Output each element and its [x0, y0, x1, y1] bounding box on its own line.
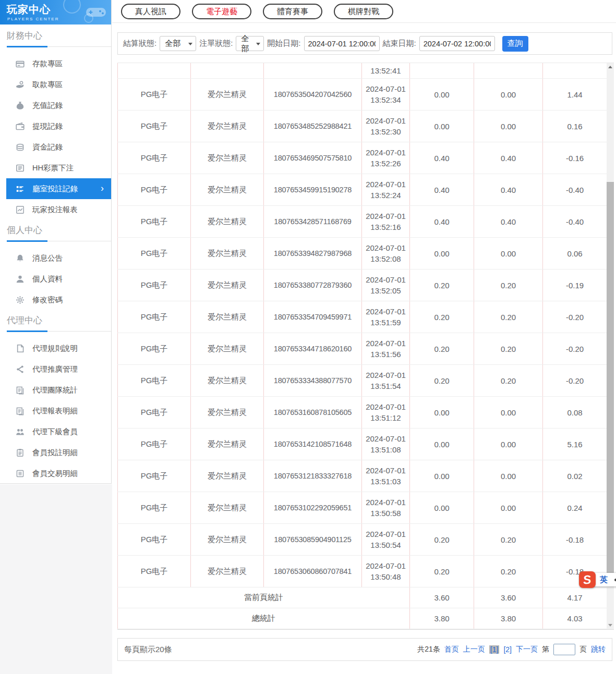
app-logo: 玩家中心 PLAYERS CENTER	[0, 0, 111, 24]
sidebar-item[interactable]: 修改密碼 ›	[6, 289, 111, 310]
sidebar-item-label: 個人資料	[32, 274, 63, 284]
profit-cell: -0.20	[543, 333, 607, 365]
prev-page-link[interactable]: 上一页	[463, 645, 485, 654]
sidebar-item[interactable]: 代理規則說明 ›	[6, 338, 111, 359]
scrollbar-thumb[interactable]	[607, 182, 614, 583]
start-date-input[interactable]	[304, 36, 380, 51]
sidebar-item[interactable]: 資金記錄 ›	[6, 137, 111, 157]
query-button[interactable]: 查詢	[502, 36, 528, 52]
page-number-link[interactable]: [1]	[489, 645, 500, 654]
platform-cell: PG电子	[118, 238, 191, 269]
category-tab[interactable]: 電子遊藝	[192, 4, 251, 19]
jump-button[interactable]: 跳转	[591, 645, 606, 654]
sidebar-item[interactable]: 代理團隊統計 ›	[6, 379, 111, 400]
start-date-label: 開始日期:	[267, 39, 300, 48]
order-id-cell: 1807653469507575810	[264, 142, 362, 174]
sidebar-item[interactable]: 廳室投註記錄 ›	[6, 178, 111, 199]
summary-row: 總統計 3.80 3.80 4.03	[118, 608, 607, 629]
sidebar-item[interactable]: 代理推廣管理 ›	[6, 359, 111, 379]
section-title: 代理中心	[7, 314, 111, 326]
sidebar-item-label: 會員投註明細	[32, 448, 78, 458]
table-row: PG电子 爱尔兰精灵 1807653085904901125 2024-07-0…	[118, 524, 607, 556]
next-page-link[interactable]: 下一页	[516, 645, 538, 654]
platform-cell: PG电子	[118, 301, 191, 333]
category-tab[interactable]: 真人視訊	[121, 4, 180, 19]
order-status-select[interactable]: 全部	[236, 36, 264, 51]
game-cell: 爱尔兰精灵	[191, 238, 264, 269]
profit-cell: -0.20	[543, 365, 607, 397]
table-row: PG电子 爱尔兰精灵 1807653121833327618 2024-07-0…	[118, 460, 607, 492]
sidebar-item-label: 代理推廣管理	[32, 364, 78, 374]
profit-cell: 0.16	[543, 111, 607, 142]
sidebar-item-label: 代理下級會員	[32, 427, 78, 437]
platform-cell: PG电子	[118, 142, 191, 174]
team-stats-icon	[16, 386, 25, 395]
valid-bet-cell: 0.20	[474, 524, 543, 556]
ime-indicator[interactable]: 英 S	[579, 571, 616, 590]
game-cell: 爱尔兰精灵	[191, 301, 264, 333]
summary-profit: 4.03	[543, 608, 607, 629]
section-title: 個人中心	[7, 224, 111, 236]
sidebar-item[interactable]: 提現記錄 ›	[6, 116, 111, 137]
profit-cell: -0.40	[543, 174, 607, 206]
settle-status-select[interactable]: 全部	[160, 36, 196, 51]
platform-cell: PG电子	[118, 428, 191, 460]
datetime-cell: 2024-07-0113:52:30	[362, 111, 410, 142]
sidebar-item-label: 消息公告	[32, 253, 63, 263]
table-row: PG电子 爱尔兰精灵 1807653142108571648 2024-07-0…	[118, 428, 607, 460]
sidebar-item[interactable]: 取款專區 ›	[6, 74, 111, 95]
jump-page-input[interactable]	[553, 644, 575, 655]
order-status-value: 全部	[241, 34, 253, 54]
datetime-cell: 2024-07-0113:50:54	[362, 524, 410, 556]
funds-record-icon	[16, 143, 25, 152]
sidebar-item[interactable]: 代理報表明細 ›	[6, 400, 111, 421]
sidebar-item[interactable]: 會員交易明細 ›	[6, 463, 111, 484]
game-cell: 爱尔兰精灵	[191, 524, 264, 556]
sidebar-item[interactable]: 充值記錄 ›	[6, 95, 111, 116]
category-tab[interactable]: 棋牌對戰	[334, 4, 393, 19]
game-cell: 爱尔兰精灵	[191, 556, 264, 587]
first-page-link[interactable]: 首页	[444, 645, 459, 654]
table-row: PG电子 爱尔兰精灵 1807653459915190278 2024-07-0…	[118, 174, 607, 206]
gamepad-icon	[85, 4, 107, 20]
sidebar-item[interactable]: 代理下級會員 ›	[6, 421, 111, 442]
valid-bet-cell: 0.40	[474, 206, 543, 238]
valid-bet-cell: 0.00	[474, 111, 543, 142]
sidebar-item[interactable]: 消息公告 ›	[6, 248, 111, 268]
scroll-up-arrow-icon[interactable]	[607, 63, 614, 71]
profit-cell: 1.44	[543, 79, 607, 111]
bet-amount-cell: 0.40	[410, 206, 474, 238]
sidebar-item[interactable]: 存款專區 ›	[6, 53, 111, 74]
sidebar-item-label: 玩家投注報表	[32, 205, 78, 215]
game-cell: 爱尔兰精灵	[191, 142, 264, 174]
table-row: PG电子 爱尔兰精灵 1807653334388077570 2024-07-0…	[118, 365, 607, 397]
platform-cell: PG电子	[118, 524, 191, 556]
sidebar-section-finance: 財務中心 存款專區 › 取款專區 ›	[0, 30, 111, 220]
vertical-scrollbar[interactable]	[607, 63, 614, 629]
category-tab[interactable]: 體育賽事	[263, 4, 322, 19]
sidebar-item-label: 修改密碼	[32, 295, 63, 305]
end-date-input[interactable]	[419, 36, 495, 51]
valid-bet-cell: 0.00	[474, 397, 543, 428]
bet-amount-cell: 0.20	[410, 365, 474, 397]
sidebar-item-label: 存款專區	[32, 59, 63, 69]
pagination-bar: 每頁顯示20條 共21条 首页 上一页 [1] [2] 下一页 第 页 跳转	[117, 638, 612, 661]
sidebar-item[interactable]: HH彩票下注 ›	[6, 157, 111, 178]
section-underline	[7, 46, 111, 47]
password-gear-icon	[16, 296, 25, 304]
datetime-cell: 2024-07-0113:52:26	[362, 142, 410, 174]
sidebar-item[interactable]: 個人資料 ›	[6, 268, 111, 289]
datetime-cell: 2024-07-0113:51:54	[362, 365, 410, 397]
sidebar-item[interactable]: 玩家投注報表 ›	[6, 199, 111, 220]
section-underline	[7, 331, 111, 332]
order-id-cell: 1807653380772879360	[264, 269, 362, 301]
game-cell: 爱尔兰精灵	[191, 333, 264, 365]
sidebar-item[interactable]: 會員投註明細 ›	[6, 442, 111, 463]
scroll-down-arrow-icon[interactable]	[607, 621, 614, 629]
sidebar-item-label: 提現記錄	[32, 121, 63, 131]
table-row: PG电子 爱尔兰精灵 1807653469507575810 2024-07-0…	[118, 142, 607, 174]
page-number-link[interactable]: [2]	[503, 645, 512, 654]
table-row: PG电子 爱尔兰精灵 1807653504207042560 2024-07-0…	[118, 79, 607, 111]
bet-amount-cell: 0.00	[410, 397, 474, 428]
valid-bet-cell: 0.00	[474, 238, 543, 269]
